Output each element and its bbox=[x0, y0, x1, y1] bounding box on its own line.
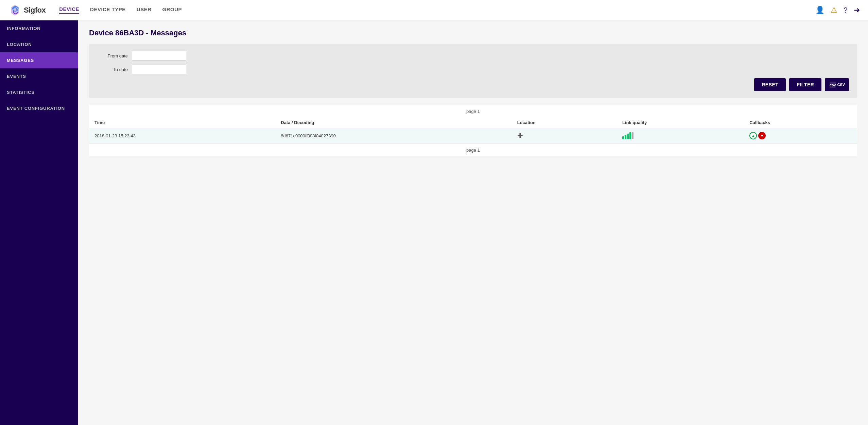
callback-icons: ▲▼ bbox=[749, 132, 852, 139]
main-content: Device 86BA3D - Messages From date To da… bbox=[78, 20, 868, 425]
from-date-row: From date bbox=[97, 51, 849, 61]
top-navigation: Sigfox DEVICE DEVICE TYPE USER GROUP 👤 ⚠… bbox=[0, 0, 868, 20]
from-date-label: From date bbox=[97, 53, 128, 58]
svg-text:CSV: CSV bbox=[830, 84, 836, 87]
to-date-row: To date bbox=[97, 65, 849, 74]
csv-icon: CSV bbox=[829, 81, 836, 88]
nav-links: DEVICE DEVICE TYPE USER GROUP bbox=[59, 6, 815, 14]
filter-button[interactable]: FILTER bbox=[789, 78, 821, 91]
col-location: Location bbox=[512, 117, 617, 128]
nav-device[interactable]: DEVICE bbox=[59, 6, 79, 14]
sidebar-item-information[interactable]: INFORMATION bbox=[0, 20, 78, 36]
signal-bar-3 bbox=[627, 134, 629, 139]
logo-text: Sigfox bbox=[24, 6, 46, 15]
cell-data: 8d671c0000ff008f04027390 bbox=[275, 128, 511, 143]
signal-bar-4 bbox=[629, 132, 631, 139]
to-date-label: To date bbox=[97, 67, 128, 72]
alert-icon[interactable]: ⚠ bbox=[831, 6, 837, 15]
signal-bar-2 bbox=[625, 135, 626, 139]
sidebar: INFORMATION LOCATION MESSAGES EVENTS STA… bbox=[0, 20, 78, 425]
location-crosshair-icon[interactable]: ✚ bbox=[517, 132, 523, 139]
cell-callbacks: ▲▼ bbox=[744, 128, 857, 143]
profile-icon[interactable]: 👤 bbox=[815, 6, 824, 15]
messages-table-area: page 1 Time Data / Decoding Location Lin… bbox=[89, 105, 857, 156]
page-label-top: page 1 bbox=[89, 105, 857, 117]
reset-button[interactable]: RESET bbox=[754, 78, 786, 91]
table-body: 2018-01-23 15:23:438d671c0000ff008f04027… bbox=[89, 128, 857, 143]
callback-down-icon[interactable]: ▼ bbox=[758, 132, 766, 139]
logo[interactable]: Sigfox bbox=[8, 3, 46, 17]
cell-link-quality bbox=[617, 128, 744, 143]
sidebar-item-events[interactable]: EVENTS bbox=[0, 68, 78, 84]
signal-bar-1 bbox=[622, 136, 624, 139]
signal-bar-5 bbox=[632, 132, 633, 139]
logout-icon[interactable]: ➜ bbox=[854, 6, 860, 15]
cell-location[interactable]: ✚ bbox=[512, 128, 617, 143]
to-date-input[interactable] bbox=[132, 65, 186, 74]
col-callbacks: Callbacks bbox=[744, 117, 857, 128]
page-label-bottom: page 1 bbox=[89, 143, 857, 156]
from-date-input[interactable] bbox=[132, 51, 186, 61]
nav-user[interactable]: USER bbox=[137, 6, 152, 14]
col-data: Data / Decoding bbox=[275, 117, 511, 128]
csv-label: CSV bbox=[837, 83, 845, 87]
page-layout: INFORMATION LOCATION MESSAGES EVENTS STA… bbox=[0, 20, 868, 425]
sidebar-item-location[interactable]: LOCATION bbox=[0, 36, 78, 52]
table-header-row: Time Data / Decoding Location Link quali… bbox=[89, 117, 857, 128]
sidebar-item-messages[interactable]: MESSAGES bbox=[0, 52, 78, 68]
page-title: Device 86BA3D - Messages bbox=[89, 29, 857, 37]
cell-time: 2018-01-23 15:23:43 bbox=[89, 128, 275, 143]
csv-button[interactable]: CSV CSV bbox=[825, 78, 849, 91]
table-header: Time Data / Decoding Location Link quali… bbox=[89, 117, 857, 128]
nav-device-type[interactable]: DEVICE TYPE bbox=[90, 6, 126, 14]
filter-buttons: RESET FILTER CSV CSV bbox=[97, 78, 849, 91]
sidebar-item-event-configuration[interactable]: EVENT CONFIGURATION bbox=[0, 100, 78, 116]
nav-group[interactable]: GROUP bbox=[162, 6, 182, 14]
help-icon[interactable]: ? bbox=[844, 6, 848, 15]
messages-table: Time Data / Decoding Location Link quali… bbox=[89, 117, 857, 143]
link-quality-bars bbox=[622, 132, 739, 139]
sidebar-item-statistics[interactable]: STATISTICS bbox=[0, 84, 78, 100]
col-time: Time bbox=[89, 117, 275, 128]
table-row: 2018-01-23 15:23:438d671c0000ff008f04027… bbox=[89, 128, 857, 143]
col-link-quality: Link quality bbox=[617, 117, 744, 128]
nav-right-icons: 👤 ⚠ ? ➜ bbox=[815, 6, 860, 15]
callback-up-icon[interactable]: ▲ bbox=[749, 132, 757, 139]
filter-panel: From date To date RESET FILTER CSV CSV bbox=[89, 44, 857, 98]
